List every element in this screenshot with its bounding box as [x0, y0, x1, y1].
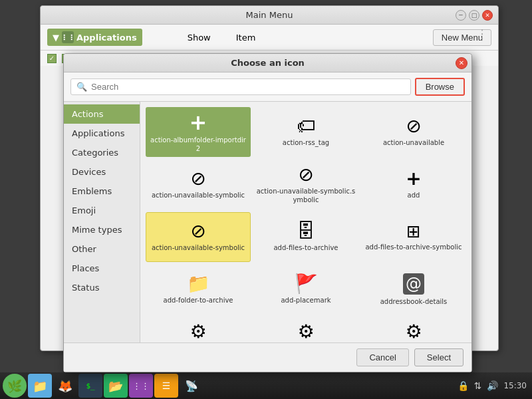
icon-item-unavailable-symbolic[interactable]: ⊘ action-unavailable-symbolic: [146, 160, 251, 209]
unavailable-sym-sym-label: action-unavailable-symbolic.symbolic: [256, 187, 356, 204]
add-label: add: [408, 191, 420, 200]
taskbar-apps-button[interactable]: ⋮⋮: [129, 374, 153, 398]
taskbar-files2-button[interactable]: 📂: [104, 374, 128, 398]
taskbar-files-button[interactable]: 📁: [28, 374, 52, 398]
icon-item-unavailable-symbolic-sel[interactable]: ⊘ action-unavailable-symbolic: [146, 212, 251, 262]
rss-tag-icon: 🏷: [297, 117, 315, 136]
add-files-label: add-files-to-archive: [273, 243, 338, 252]
addressbook-label: addressbook-details: [380, 297, 448, 306]
icon-item-add-placemark[interactable]: 🚩 add-placemark: [253, 265, 358, 315]
arrow-down-icon: ▼: [53, 33, 59, 43]
taskbar-modem-button[interactable]: 📡: [180, 374, 203, 398]
sidebar-item-actions[interactable]: Actions: [64, 104, 140, 124]
icon-chooser-dialog: Choose an icon ✕ 🔍 Browse Actions Applic…: [63, 53, 472, 372]
icon-item-albumfolder[interactable]: + action-albumfolder-importdir2: [146, 107, 251, 157]
taskbar-terminal-button[interactable]: $_: [78, 374, 102, 398]
settings1-icon: ⚙: [190, 323, 206, 341]
add-placemark-icon: 🚩: [295, 275, 318, 293]
item-label: Item: [236, 33, 256, 43]
sidebar-item-other[interactable]: Other: [64, 239, 140, 259]
dialog-footer: Cancel Select: [64, 342, 471, 372]
icon-item-add-files-symbolic[interactable]: ⊞ add-files-to-archive-symbolic: [361, 212, 466, 262]
search-input-wrap: 🔍: [70, 78, 411, 95]
taskbar-clock: 15:30: [503, 381, 527, 390]
close-button[interactable]: ✕: [482, 10, 493, 21]
sidebar-item-categories[interactable]: Categories: [64, 143, 140, 162]
unavailable-sym-sym-icon: ⊘: [298, 166, 313, 184]
unavailable-sel-icon: ⊘: [190, 222, 205, 241]
icon-sidebar: Actions Applications Categories Devices …: [64, 102, 140, 342]
maximize-button[interactable]: □: [469, 10, 479, 21]
add-folder-label: add-folder-to-archive: [164, 296, 233, 305]
taskbar-mint-button[interactable]: 🌿: [3, 374, 27, 398]
browse-button[interactable]: Browse: [415, 78, 465, 96]
vertical-dots-menu[interactable]: ⋮: [476, 27, 488, 41]
rss-tag-label: action-rss_tag: [283, 138, 329, 147]
cancel-button[interactable]: Cancel: [356, 348, 408, 366]
sidebar-item-mime-types[interactable]: Mime types: [64, 220, 140, 239]
unavailable-symbolic-icon: ⊘: [190, 170, 205, 188]
search-icon: 🔍: [76, 82, 87, 92]
add-placemark-label: add-placemark: [281, 296, 331, 305]
unavailable-sel-label: action-unavailable-symbolic: [152, 243, 245, 252]
apps-selector[interactable]: ▼ ⋮⋮ Applications: [47, 29, 142, 46]
network-icon2: ⇅: [474, 380, 482, 391]
search-input[interactable]: [91, 82, 405, 92]
taskbar-firefox-button[interactable]: 🦊: [53, 374, 77, 398]
select-button[interactable]: Select: [414, 348, 464, 366]
window-controls: ─ □ ✕: [456, 10, 493, 21]
albumfolder-icon: +: [190, 112, 207, 133]
sidebar-item-emblems[interactable]: Emblems: [64, 182, 140, 201]
addressbook-icon: @: [403, 273, 424, 295]
add-files-sym-label: add-files-to-archive-symbolic: [365, 243, 462, 251]
dialog-close-button[interactable]: ✕: [456, 57, 467, 69]
volume-icon: 🔊: [487, 380, 498, 391]
search-bar: 🔍 Browse: [64, 72, 471, 102]
icons-grid: + action-albumfolder-importdir2 🏷 action…: [140, 102, 471, 342]
show-checkbox[interactable]: ✓: [47, 54, 57, 63]
add-folder-icon: 📁: [187, 275, 210, 293]
unavailable-icon: ⊘: [406, 117, 421, 136]
main-toolbar: ▼ ⋮⋮ Applications Show Item New Menu: [41, 25, 498, 51]
sidebar-item-emoji[interactable]: Emoji: [64, 201, 140, 220]
dialog-content: Actions Applications Categories Devices …: [64, 102, 471, 342]
taskbar-tasks-button[interactable]: ☰: [154, 374, 178, 398]
icon-item-settings3[interactable]: ⚙: [361, 317, 466, 342]
settings3-icon: ⚙: [405, 323, 422, 341]
sidebar-item-status[interactable]: Status: [64, 278, 140, 297]
icon-item-unavailable[interactable]: ⊘ action-unavailable: [361, 107, 466, 157]
network-icon: 🔒: [458, 380, 469, 391]
dialog-title: Choose an icon: [231, 58, 305, 68]
icon-item-unavailable-symbolic-symbolic[interactable]: ⊘ action-unavailable-symbolic.symbolic: [253, 160, 358, 209]
taskbar-right-area: 🔒 ⇅ 🔊 15:30: [458, 380, 529, 391]
add-files-sym-icon: ⊞: [406, 223, 421, 240]
minimize-button[interactable]: ─: [456, 10, 466, 21]
apps-grid-icon: ⋮⋮: [62, 31, 74, 43]
albumfolder-label: action-albumfolder-importdir2: [148, 136, 248, 153]
dialog-titlebar: Choose an icon ✕: [64, 54, 471, 72]
sidebar-item-devices[interactable]: Devices: [64, 162, 140, 182]
main-window-title: Main Menu: [246, 10, 293, 20]
sidebar-item-places[interactable]: Places: [64, 259, 140, 278]
apps-label: Applications: [76, 33, 137, 43]
icon-item-settings2[interactable]: ⚙: [253, 317, 358, 342]
add-files-icon: 🗄: [297, 222, 315, 241]
icon-item-settings1[interactable]: ⚙: [146, 317, 251, 342]
icon-item-add-folder[interactable]: 📁 add-folder-to-archive: [146, 265, 251, 315]
icon-item-add-files[interactable]: 🗄 add-files-to-archive: [253, 212, 358, 262]
sidebar-item-applications[interactable]: Applications: [64, 124, 140, 143]
main-window-titlebar: Main Menu ─ □ ✕: [41, 6, 498, 25]
taskbar: 🌿 📁 🦊 $_ 📂 ⋮⋮ ☰ 📡 🔒 ⇅ 🔊 15:30: [0, 372, 532, 399]
add-icon: +: [406, 170, 421, 188]
icon-item-rss-tag[interactable]: 🏷 action-rss_tag: [253, 107, 358, 157]
unavailable-symbolic-label: action-unavailable-symbolic: [152, 191, 245, 200]
show-label: Show: [188, 33, 211, 43]
icon-item-addressbook[interactable]: @ addressbook-details: [361, 265, 466, 315]
unavailable-label: action-unavailable: [383, 138, 444, 147]
icon-item-add[interactable]: + add: [361, 160, 466, 209]
settings2-icon: ⚙: [297, 323, 314, 341]
